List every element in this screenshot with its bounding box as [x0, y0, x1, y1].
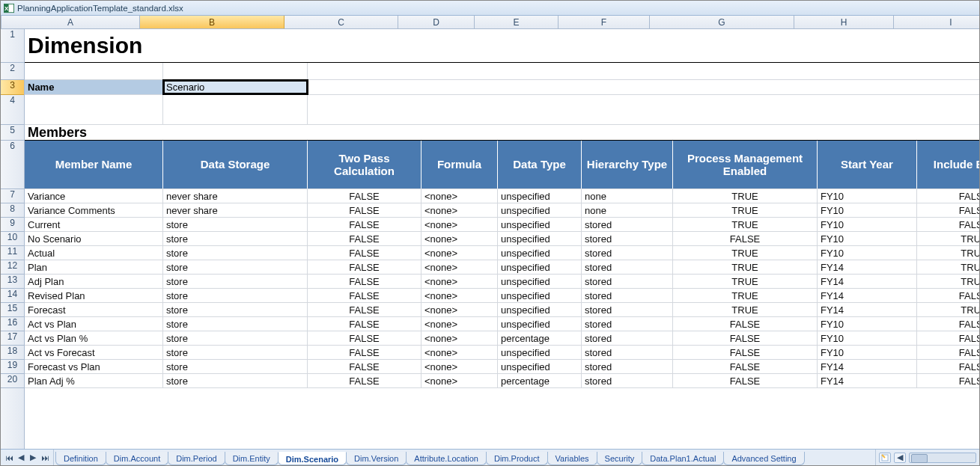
table-cell[interactable]: stored	[582, 275, 673, 288]
table-cell[interactable]: unspecified	[498, 360, 582, 373]
table-cell[interactable]: Act vs Plan %	[25, 331, 163, 345]
table-cell[interactable]: unspecified	[498, 289, 582, 302]
table-cell[interactable]: FALSE	[308, 317, 421, 331]
table-cell[interactable]: FALSE	[917, 189, 979, 203]
table-cell[interactable]: store	[163, 246, 308, 260]
table-cell[interactable]: <none>	[421, 331, 498, 345]
table-cell[interactable]: <none>	[421, 289, 498, 302]
table-cell[interactable]: FY14	[818, 275, 917, 288]
column-header[interactable]: E	[475, 16, 559, 28]
table-cell[interactable]: <none>	[421, 317, 498, 331]
column-header[interactable]: A	[1, 16, 140, 28]
table-cell[interactable]: stored	[582, 346, 673, 359]
blank-cell[interactable]	[25, 63, 163, 79]
dimension-title[interactable]: Dimension	[25, 29, 163, 62]
table-cell[interactable]: TRUE	[673, 303, 818, 316]
table-cell[interactable]: never share	[163, 203, 308, 217]
row-header[interactable]: 2	[1, 63, 24, 80]
table-cell[interactable]: store	[163, 260, 308, 274]
table-cell[interactable]: <none>	[421, 360, 498, 373]
table-cell[interactable]: <none>	[421, 246, 498, 260]
sheet-tab[interactable]: Dim.Product	[486, 452, 548, 465]
table-cell[interactable]: FALSE	[308, 303, 421, 316]
table-cell[interactable]: FY14	[818, 374, 917, 387]
table-cell[interactable]: store	[163, 275, 308, 288]
table-cell[interactable]: FALSE	[917, 346, 979, 359]
sheet-tab[interactable]: Data.Plan1.Actual	[642, 452, 724, 465]
row-header[interactable]: 13	[1, 275, 24, 289]
table-cell[interactable]: FALSE	[917, 203, 979, 217]
new-sheet-button[interactable]	[879, 453, 891, 463]
table-cell[interactable]: FY14	[818, 303, 917, 316]
table-cell[interactable]: unspecified	[498, 246, 582, 260]
table-cell[interactable]: unspecified	[498, 317, 582, 331]
row-header[interactable]: 16	[1, 317, 24, 331]
sheet-tab[interactable]: Dim.Account	[106, 452, 168, 465]
table-cell[interactable]: percentage	[498, 331, 582, 345]
row-header[interactable]: 11	[1, 246, 24, 260]
table-cell[interactable]: FALSE	[917, 218, 979, 231]
table-cell[interactable]: unspecified	[498, 260, 582, 274]
table-cell[interactable]: <none>	[421, 346, 498, 359]
table-cell[interactable]: Act vs Forecast	[25, 346, 163, 359]
table-cell[interactable]: TRUE	[917, 246, 979, 260]
column-header[interactable]: I	[894, 16, 980, 28]
table-column-header[interactable]: Hierarchy Type	[582, 141, 673, 188]
table-cell[interactable]: store	[163, 218, 308, 231]
blank-cell[interactable]	[163, 63, 308, 79]
table-cell[interactable]: FALSE	[673, 346, 818, 359]
table-cell[interactable]: TRUE	[673, 203, 818, 217]
row-header[interactable]: 17	[1, 331, 24, 346]
table-cell[interactable]: FALSE	[917, 289, 979, 302]
table-cell[interactable]: FALSE	[673, 331, 818, 345]
table-cell[interactable]: FY10	[818, 317, 917, 331]
table-cell[interactable]: stored	[582, 331, 673, 345]
table-cell[interactable]: store	[163, 374, 308, 387]
table-cell[interactable]: <none>	[421, 232, 498, 245]
row-header[interactable]: 1	[1, 29, 24, 63]
table-cell[interactable]: stored	[582, 303, 673, 316]
table-cell[interactable]: Variance Comments	[25, 203, 163, 217]
row-header[interactable]: 9	[1, 218, 24, 232]
table-cell[interactable]: TRUE	[673, 289, 818, 302]
table-cell[interactable]: Plan	[25, 260, 163, 274]
table-cell[interactable]: TRUE	[673, 189, 818, 203]
table-cell[interactable]: unspecified	[498, 346, 582, 359]
table-column-header[interactable]: Data Storage	[163, 141, 308, 188]
sheet-tab[interactable]: Attribute.Location	[406, 452, 487, 465]
table-cell[interactable]: FY14	[818, 360, 917, 373]
tab-scroll-left[interactable]: ◀	[894, 453, 906, 463]
table-cell[interactable]: unspecified	[498, 203, 582, 217]
table-column-header[interactable]: Data Type	[498, 141, 582, 188]
row-header[interactable]: 15	[1, 303, 24, 317]
table-cell[interactable]: <none>	[421, 218, 498, 231]
table-cell[interactable]: FALSE	[308, 232, 421, 245]
table-column-header[interactable]: Include BegBal	[917, 141, 979, 188]
table-cell[interactable]: stored	[582, 246, 673, 260]
blank-cell[interactable]	[163, 95, 308, 124]
table-cell[interactable]: FALSE	[308, 218, 421, 231]
table-cell[interactable]: FALSE	[917, 360, 979, 373]
row-header[interactable]: 18	[1, 346, 24, 360]
horizontal-scrollbar[interactable]	[909, 453, 976, 463]
table-cell[interactable]: stored	[582, 289, 673, 302]
table-cell[interactable]: Forecast vs Plan	[25, 360, 163, 373]
table-cell[interactable]: store	[163, 346, 308, 359]
sheet-tab[interactable]: Definition	[55, 452, 106, 465]
blank-cell[interactable]	[25, 95, 163, 124]
table-cell[interactable]: store	[163, 303, 308, 316]
table-cell[interactable]: FALSE	[673, 374, 818, 387]
table-cell[interactable]: <none>	[421, 260, 498, 274]
table-cell[interactable]: FY10	[818, 232, 917, 245]
row-header[interactable]: 3	[1, 80, 24, 95]
row-header[interactable]: 20	[1, 374, 24, 388]
row-header[interactable]: 14	[1, 289, 24, 303]
table-cell[interactable]: Forecast	[25, 303, 163, 316]
table-cell[interactable]: TRUE	[917, 275, 979, 288]
table-cell[interactable]: Revised Plan	[25, 289, 163, 302]
name-label-cell[interactable]: Name	[25, 80, 163, 94]
table-cell[interactable]: FALSE	[917, 374, 979, 387]
table-cell[interactable]: stored	[582, 218, 673, 231]
table-cell[interactable]: unspecified	[498, 275, 582, 288]
table-cell[interactable]: store	[163, 289, 308, 302]
